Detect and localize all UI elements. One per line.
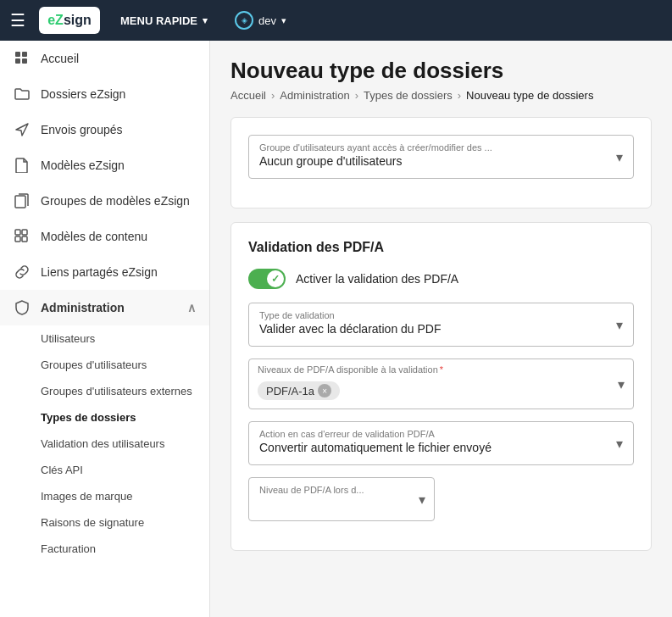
sidebar-subitem-cles-api[interactable]: Clés API xyxy=(0,457,209,483)
sidebar-subitem-facturation[interactable]: Facturation xyxy=(0,536,209,562)
breadcrumb-administration[interactable]: Administration xyxy=(280,89,349,102)
dev-icon: ◈ xyxy=(235,11,253,30)
logo-ez: eZ xyxy=(47,13,64,28)
action-erreur-arrow-icon: ▾ xyxy=(616,436,623,452)
niveau-lors-field: Niveau de PDF/A lors d... ▾ xyxy=(248,477,634,521)
docgroup-icon xyxy=(14,192,31,209)
chip-pdfa1a-close-icon[interactable]: × xyxy=(318,384,331,397)
niveaux-arrow-icon: ▾ xyxy=(618,376,625,392)
type-validation-arrow-icon: ▾ xyxy=(616,317,623,333)
sidebar-item-groupes-modeles-label: Groupes de modèles eZsign xyxy=(41,194,190,208)
svg-rect-7 xyxy=(15,236,20,242)
group-field: Groupe d'utilisateurs ayant accès à crée… xyxy=(248,135,634,179)
chip-pdfa1a: PDF/A-1a × xyxy=(258,381,340,400)
action-erreur-field: Action en cas d'erreur de validation PDF… xyxy=(248,421,634,465)
sidebar-item-liens-label: Liens partagés eZsign xyxy=(41,265,158,279)
sidebar-item-liens[interactable]: Liens partagés eZsign xyxy=(0,254,209,290)
menu-rapide-chevron-icon: ▾ xyxy=(203,15,208,26)
chip-pdfa1a-label: PDF/A-1a xyxy=(266,385,314,397)
svg-rect-4 xyxy=(15,196,25,208)
sidebar-item-accueil[interactable]: Accueil xyxy=(0,41,209,76)
breadcrumb-types-dossiers[interactable]: Types de dossiers xyxy=(364,89,453,102)
svg-rect-6 xyxy=(22,230,27,235)
niveau-lors-arrow-icon: ▾ xyxy=(419,492,425,508)
toggle-knob: ✓ xyxy=(267,270,284,287)
action-erreur-value: Convertir automatiquement le fichier env… xyxy=(259,441,599,454)
logo-sign: sign xyxy=(64,13,92,28)
sidebar-item-dossiers-label: Dossiers eZsign xyxy=(41,87,125,101)
niveau-lors-label: Niveau de PDF/A lors d... xyxy=(259,485,400,495)
svg-rect-1 xyxy=(22,52,27,57)
hamburger-menu-icon[interactable]: ☰ xyxy=(10,10,25,31)
toggle-check-icon: ✓ xyxy=(271,273,280,285)
dev-label: dev xyxy=(258,14,276,27)
chips-wrapper: PDF/A-1a × xyxy=(258,376,599,403)
svg-rect-0 xyxy=(15,52,20,57)
menu-rapide-button[interactable]: MENU RAPIDE ▾ xyxy=(120,14,208,27)
svg-rect-8 xyxy=(22,236,27,242)
group-field-label: Groupe d'utilisateurs ayant accès à crée… xyxy=(259,142,599,153)
sidebar-subitem-images-marque[interactable]: Images de marque xyxy=(0,483,209,509)
page-title: Nouveau type de dossiers xyxy=(230,58,652,84)
validation-card: Validation des PDF/A ✓ Activer la valida… xyxy=(230,222,652,551)
niveaux-label: Niveaux de PDF/A disponible à la validat… xyxy=(258,364,599,375)
logo-box: eZsign xyxy=(39,7,100,34)
sidebar-item-accueil-label: Accueil xyxy=(41,52,79,65)
action-erreur-dropdown[interactable]: Action en cas d'erreur de validation PDF… xyxy=(248,421,634,465)
group-dropdown[interactable]: Groupe d'utilisateurs ayant accès à crée… xyxy=(248,135,634,179)
niveaux-field: Niveaux de PDF/A disponible à la validat… xyxy=(248,359,634,409)
sidebar-section-admin-label: Administration xyxy=(41,301,125,314)
group-card: Groupe d'utilisateurs ayant accès à crée… xyxy=(230,117,652,208)
required-star: * xyxy=(440,364,443,375)
sidebar-item-modeles-label: Modèles eZsign xyxy=(41,158,125,172)
dev-chevron-icon: ▾ xyxy=(281,15,286,26)
dev-menu-button[interactable]: ◈ dev ▾ xyxy=(235,11,286,30)
breadcrumb-accueil[interactable]: Accueil xyxy=(230,89,266,102)
niveaux-dropdown[interactable]: Niveaux de PDF/A disponible à la validat… xyxy=(248,359,634,409)
breadcrumb-current: Nouveau type de dossiers xyxy=(466,89,593,102)
grid2-icon xyxy=(14,228,31,245)
sidebar-subitem-types-dossiers[interactable]: Types de dossiers xyxy=(0,404,209,431)
sidebar-item-envois[interactable]: Envois groupés xyxy=(0,112,209,147)
link-icon xyxy=(14,264,31,281)
sidebar-item-groupes-modeles[interactable]: Groupes de modèles eZsign xyxy=(0,183,209,219)
type-validation-label: Type de validation xyxy=(259,310,599,320)
menu-rapide-label: MENU RAPIDE xyxy=(120,14,197,27)
admin-chevron-icon: ∧ xyxy=(187,301,196,314)
doc-icon xyxy=(14,157,31,174)
type-validation-value: Valider avec la déclaration du PDF xyxy=(259,322,599,336)
type-validation-dropdown[interactable]: Type de validation Valider avec la décla… xyxy=(248,303,634,347)
action-erreur-label: Action en cas d'erreur de validation PDF… xyxy=(259,429,599,439)
toggle-row: ✓ Activer la validation des PDF/A xyxy=(248,269,634,289)
logo: eZsign xyxy=(39,7,100,34)
svg-rect-5 xyxy=(15,230,20,235)
type-validation-field: Type de validation Valider avec la décla… xyxy=(248,303,634,347)
sidebar-subitem-raisons-signature[interactable]: Raisons de signature xyxy=(0,509,209,536)
sidebar-item-modeles[interactable]: Modèles eZsign xyxy=(0,147,209,183)
sidebar-item-dossiers[interactable]: Dossiers eZsign xyxy=(0,76,209,112)
breadcrumb-sep-2: › xyxy=(355,89,358,102)
sidebar-item-modeles-contenu-label: Modèles de contenu xyxy=(41,230,147,243)
shield-icon xyxy=(14,299,31,316)
sidebar-subitem-validation-utilisateurs[interactable]: Validation des utilisateurs xyxy=(0,431,209,457)
breadcrumb: Accueil › Administration › Types de doss… xyxy=(230,89,652,102)
niveau-lors-dropdown[interactable]: Niveau de PDF/A lors d... ▾ xyxy=(248,477,435,521)
sidebar-subitem-groupes-utilisateurs[interactable]: Groupes d'utilisateurs xyxy=(0,352,209,378)
sidebar-item-modeles-contenu[interactable]: Modèles de contenu xyxy=(0,219,209,254)
sidebar-section-administration[interactable]: Administration ∧ xyxy=(0,290,209,325)
group-dropdown-arrow-icon: ▾ xyxy=(616,149,623,165)
group-field-value: Aucun groupe d'utilisateurs xyxy=(259,154,599,168)
main-content: Nouveau type de dossiers Accueil › Admin… xyxy=(210,41,672,617)
breadcrumb-sep-1: › xyxy=(271,89,275,102)
toggle-label: Activer la validation des PDF/A xyxy=(296,272,458,286)
pdf-toggle[interactable]: ✓ xyxy=(248,269,286,289)
grid-icon xyxy=(14,50,31,67)
svg-rect-3 xyxy=(22,58,27,64)
validation-title: Validation des PDF/A xyxy=(248,240,634,255)
svg-rect-2 xyxy=(15,58,20,64)
folder-icon xyxy=(14,86,31,103)
sidebar-subitem-utilisateurs[interactable]: Utilisateurs xyxy=(0,325,209,352)
sidebar-subitem-groupes-utilisateurs-ext[interactable]: Groupes d'utilisateurs externes xyxy=(0,378,209,404)
send-icon xyxy=(14,121,31,138)
sidebar: Accueil Dossiers eZsign Envois groupés M… xyxy=(0,41,210,617)
